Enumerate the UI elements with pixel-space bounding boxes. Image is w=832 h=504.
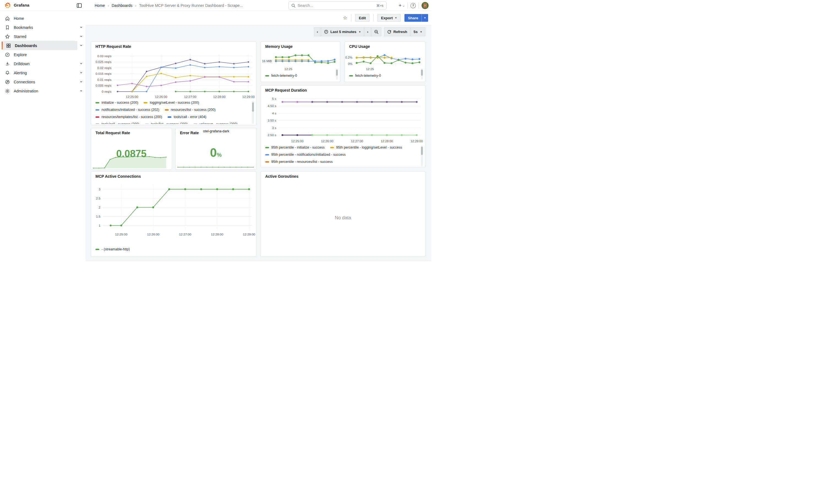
sidebar-item-dashboards[interactable]: Dashboards — [2, 41, 77, 50]
mcp-active-connections-chart[interactable]: 11.522.5312:25:0012:26:0012:27:0012:28:0… — [91, 172, 256, 257]
legend-item[interactable]: resources/templates/list - success (200) — [96, 114, 162, 120]
chevron-down-icon[interactable] — [79, 26, 83, 29]
sidebar-item-starred[interactable]: Starred — [2, 32, 77, 41]
panel-title[interactable]: Memory Usage — [265, 44, 293, 49]
sidebar-item-alerting[interactable]: Alerting — [2, 68, 77, 77]
zoom-out-icon — [374, 30, 379, 34]
share-dropdown-button[interactable]: ▼ — [421, 14, 428, 22]
legend-item[interactable]: fetch-telemetry-0 — [349, 73, 381, 78]
svg-text:12:27:00: 12:27:00 — [351, 139, 363, 143]
svg-text:0.2%: 0.2% — [345, 56, 353, 59]
sidebar-item-label: Alerting — [14, 71, 27, 75]
svg-text:12:26:00: 12:26:00 — [321, 139, 334, 143]
panel-title[interactable]: Error Rate — [180, 131, 199, 135]
panel-title[interactable]: Total Request Rate — [96, 131, 130, 135]
legend-item[interactable]: unknown - success (200) — [193, 122, 238, 124]
compass-icon — [5, 52, 10, 57]
panel-title[interactable]: CPU Usage — [349, 44, 370, 49]
legend-item[interactable]: logging/setLevel - success (200) — [144, 100, 199, 105]
breadcrumb-dashboards[interactable]: Dashboards — [112, 3, 133, 8]
svg-text:12:29:00: 12:29:00 — [242, 95, 255, 99]
search-icon — [291, 4, 295, 8]
legend-color-swatch — [144, 102, 148, 103]
legend-item[interactable]: fetch-telemetry-0 — [265, 73, 297, 78]
export-button[interactable]: Export▼ — [378, 14, 401, 22]
legend-item[interactable]: 95th percentile - resources/templates/li… — [265, 166, 348, 167]
svg-text:12:28:00: 12:28:00 — [213, 95, 226, 99]
svg-text:12:29:00: 12:29:00 — [411, 139, 423, 143]
svg-text:12:28:00: 12:28:00 — [381, 139, 393, 143]
panel-mcp-request-duration: MCP Request Duration 2.50 s3 s3.50 s4 s4… — [261, 85, 425, 167]
svg-text:2.50 s: 2.50 s — [268, 133, 277, 137]
legend-item[interactable]: tools/call - success (200) — [96, 122, 139, 124]
sidebar-item-label: Home — [14, 16, 24, 21]
legend-color-swatch — [165, 109, 168, 111]
legend-scrollbar[interactable] — [421, 145, 423, 166]
svg-text:3 s: 3 s — [272, 126, 277, 130]
svg-text:12:25:00: 12:25:00 — [291, 139, 304, 143]
grafana-logo[interactable] — [4, 2, 11, 9]
chevron-down-icon[interactable] — [79, 44, 83, 47]
zoom-out-button[interactable] — [371, 27, 381, 36]
refresh-button[interactable]: Refresh — [384, 27, 410, 36]
favorite-star-button[interactable]: ☆ — [343, 16, 347, 20]
sidebar-item-administration[interactable]: Administration — [2, 86, 77, 96]
time-shift-forward-button[interactable]: › — [364, 27, 371, 36]
chevron-down-icon[interactable] — [79, 89, 83, 92]
no-data-message: No data — [261, 215, 425, 221]
chevron-down-icon[interactable] — [79, 80, 83, 83]
legend-item[interactable]: 95th percentile - initialize - success — [265, 145, 324, 150]
sidebar-toggle-icon[interactable] — [77, 3, 82, 8]
breadcrumb-home[interactable]: Home — [95, 3, 105, 8]
legend-item[interactable]: 95th percentile - resources/list - succe… — [265, 159, 333, 164]
refresh-interval-picker[interactable]: 5s ▼ — [411, 27, 425, 36]
legend-scrollbar[interactable] — [336, 69, 338, 80]
divider — [408, 2, 408, 8]
panel-title[interactable]: MCP Active Connections — [96, 174, 141, 179]
legend-scrollbar[interactable] — [421, 69, 423, 80]
sidebar-item-bookmarks[interactable]: Bookmarks — [2, 23, 77, 32]
time-shift-back-button[interactable]: ‹ — [314, 27, 321, 36]
dashboards-grid-icon — [6, 43, 11, 48]
svg-text:12:25: 12:25 — [285, 68, 292, 71]
sidebar-item-explore[interactable]: Explore — [2, 50, 77, 59]
chevron-down-icon[interactable] — [79, 62, 83, 65]
sidebar-item-home[interactable]: Home — [2, 14, 77, 23]
sidebar-item-drilldown[interactable]: Drilldown — [2, 59, 77, 68]
svg-text:0%: 0% — [348, 62, 353, 65]
user-avatar[interactable] — [421, 2, 428, 9]
legend-item[interactable]: resources/list - success (200) — [165, 107, 216, 112]
panel-title[interactable]: HTTP Request Rate — [96, 44, 131, 49]
legend-item[interactable]: notifications/initialized - success (202… — [96, 107, 159, 112]
help-button[interactable]: ? — [411, 3, 416, 8]
time-range-picker[interactable]: Last 5 minutes ▼ — [321, 27, 364, 36]
breadcrumb-current: ToolHive MCP Server & Proxy Runner Dashb… — [139, 3, 243, 8]
chevron-down-icon[interactable] — [79, 71, 83, 74]
refresh-interval-label: 5s — [414, 30, 418, 34]
svg-text:0.01 req/s: 0.01 req/s — [97, 78, 111, 81]
sidebar-item-connections[interactable]: Connections — [2, 77, 77, 86]
legend-item[interactable]: 95th percentile - notifications/initiali… — [265, 152, 345, 157]
panel-active-goroutines: Active Goroutines No data — [261, 171, 425, 257]
edit-button[interactable]: Edit — [355, 14, 369, 22]
panel-title[interactable]: Active Goroutines — [265, 174, 298, 179]
legend-item[interactable]: - (streamable-http) — [96, 246, 130, 252]
legend-color-swatch — [193, 124, 197, 124]
share-button[interactable]: Share — [405, 14, 421, 22]
svg-text:12:29:00: 12:29:00 — [243, 233, 255, 236]
chevron-down-icon[interactable] — [79, 35, 83, 38]
svg-text:0.03 req/s: 0.03 req/s — [97, 54, 111, 58]
legend-scrollbar[interactable] — [252, 101, 254, 124]
search-input[interactable]: Search... ⌘+k — [288, 1, 387, 10]
panel-title[interactable]: MCP Request Duration — [265, 88, 307, 92]
brand-name: Grafana — [14, 3, 29, 7]
legend-item[interactable]: tools/list - success (200) — [145, 122, 188, 124]
sidebar-item-label: Starred — [14, 34, 26, 39]
legend-item[interactable]: initialize - success (200) — [96, 100, 138, 105]
chevron-down-icon: ⌄ — [402, 4, 405, 7]
legend-item[interactable]: tools/call - error (404) — [167, 114, 206, 120]
panel-error-rate: Error Rate otel-grafana-dark 0% — [175, 128, 256, 170]
svg-text:12:25: 12:25 — [366, 68, 374, 71]
add-new-button[interactable]: +⌄ — [399, 3, 405, 8]
legend-item[interactable]: 95th percentile - logging/setLevel - suc… — [330, 145, 402, 150]
